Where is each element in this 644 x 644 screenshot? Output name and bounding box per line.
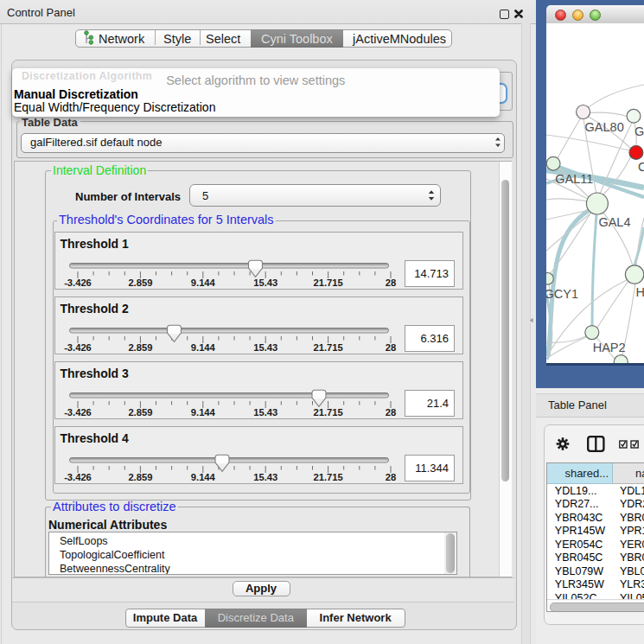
svg-text:2.859: 2.859: [128, 342, 152, 353]
svg-text:H…: H…: [636, 285, 644, 299]
svg-text:GAL4: GAL4: [598, 215, 630, 229]
svg-text:9.144: 9.144: [191, 407, 216, 418]
svg-text:GAL80: GAL80: [585, 120, 624, 134]
svg-text:2.859: 2.859: [128, 472, 152, 482]
svg-text:C…: C…: [638, 160, 644, 174]
svg-text:28: 28: [386, 277, 396, 288]
svg-text:21.715: 21.715: [313, 407, 342, 418]
svg-text:9.144: 9.144: [191, 277, 216, 288]
svg-text:28: 28: [386, 472, 396, 482]
svg-text:-3.426: -3.426: [64, 472, 92, 482]
svg-text:15.43: 15.43: [253, 407, 277, 418]
svg-text:28: 28: [386, 342, 396, 353]
svg-text:-3.426: -3.426: [64, 277, 92, 288]
svg-text:21.715: 21.715: [313, 472, 342, 482]
svg-text:HAP2: HAP2: [593, 341, 626, 354]
svg-text:GCY1: GCY1: [546, 287, 578, 301]
svg-text:-3.426: -3.426: [64, 342, 92, 353]
svg-text:15.43: 15.43: [253, 472, 277, 482]
svg-text:GAL…: GAL…: [634, 124, 644, 138]
svg-text:2.859: 2.859: [128, 277, 152, 288]
svg-text:21.715: 21.715: [313, 342, 342, 353]
svg-text:-3.426: -3.426: [64, 407, 92, 418]
svg-text:21.715: 21.715: [313, 277, 342, 288]
svg-text:15.43: 15.43: [253, 277, 277, 288]
svg-text:15.43: 15.43: [253, 342, 277, 353]
svg-text:GAL11: GAL11: [555, 172, 593, 186]
svg-text:28: 28: [386, 407, 396, 418]
svg-text:9.144: 9.144: [191, 342, 216, 353]
svg-text:9.144: 9.144: [191, 472, 216, 482]
svg-text:2.859: 2.859: [128, 407, 152, 418]
